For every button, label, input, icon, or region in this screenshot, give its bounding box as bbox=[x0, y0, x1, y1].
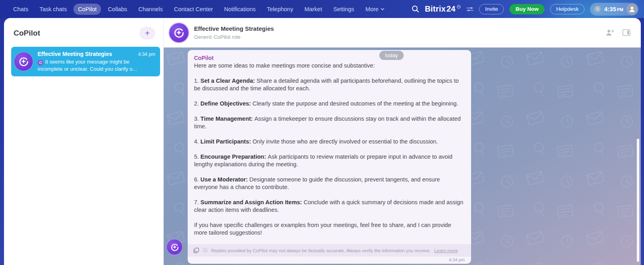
buy-now-button[interactable]: Buy Now bbox=[509, 4, 545, 14]
info-icon: ⓘ bbox=[203, 247, 208, 254]
nav-item-chats[interactable]: Chats bbox=[9, 4, 33, 15]
bitrix24-logo[interactable]: Bitrix24 bbox=[425, 4, 461, 14]
top-navigation-bar: Chats Task chats CoPilot Collabs Channel… bbox=[0, 0, 644, 18]
panel-right-icon bbox=[622, 29, 630, 36]
copilot-message: CoPilot Here are some ideas to make meet… bbox=[164, 50, 641, 264]
current-time: 4:35PM bbox=[604, 6, 623, 12]
list-item: 5.Encourage Preparation:Ask participants… bbox=[194, 153, 465, 168]
chat-header: Effective Meeting Strategies Generic CoP… bbox=[164, 18, 641, 48]
disclaimer-text: Replies provided by CoPilot may not alwa… bbox=[211, 248, 431, 253]
sidebar-header: CoPilot + bbox=[4, 18, 163, 47]
main-nav: Chats Task chats CoPilot Collabs Channel… bbox=[9, 4, 389, 15]
copilot-sidebar: CoPilot + Effective Meeting Strategies 4… bbox=[4, 18, 164, 265]
message-author: CoPilot bbox=[194, 55, 465, 61]
list-item: 7.Summarize and Assign Action Items:Conc… bbox=[194, 199, 465, 214]
nav-item-task-chats[interactable]: Task chats bbox=[35, 4, 71, 15]
sidebar-title: CoPilot bbox=[14, 29, 40, 38]
search-button[interactable] bbox=[412, 5, 419, 13]
vertical-scrollbar[interactable] bbox=[637, 139, 639, 262]
list-item: 2.Define Objectives:Clearly state the pu… bbox=[194, 100, 465, 108]
messenger-settings-button[interactable] bbox=[466, 6, 474, 12]
toggle-side-panel-button[interactable] bbox=[622, 29, 630, 36]
workspace: CoPilot + Effective Meeting Strategies 4… bbox=[0, 18, 644, 265]
nav-item-copilot[interactable]: CoPilot bbox=[73, 4, 101, 15]
person-plus-icon bbox=[606, 29, 614, 36]
topbar-right-cluster: Bitrix24 Invite Buy Now Helpdesk 4:35PM bbox=[412, 3, 638, 16]
date-separator-badge: today bbox=[379, 51, 404, 60]
add-member-button[interactable] bbox=[606, 29, 614, 36]
copilot-disclaimer: ⓘ Replies provided by CoPilot may not al… bbox=[188, 244, 471, 257]
chat-item-preview: It seems like your message might be inco… bbox=[38, 58, 155, 72]
person-icon bbox=[628, 6, 636, 13]
nav-item-settings[interactable]: Settings bbox=[329, 4, 359, 15]
copilot-avatar-icon bbox=[14, 52, 33, 71]
search-icon bbox=[412, 5, 419, 13]
new-chat-button[interactable]: + bbox=[139, 27, 155, 40]
chat-avatar-icon bbox=[169, 23, 188, 42]
message-timestamp: 4:34 pm bbox=[194, 257, 465, 264]
list-item: 1.Set a Clear Agenda:Share a detailed ag… bbox=[194, 77, 465, 92]
chat-list: Effective Meeting Strategies 4:34 pm It … bbox=[4, 47, 163, 76]
chat-item-title: Effective Meeting Strategies bbox=[38, 51, 112, 57]
nav-item-telephony[interactable]: Telephony bbox=[262, 4, 297, 15]
sliders-icon bbox=[466, 6, 474, 12]
bitrix24-app: Chats Task chats CoPilot Collabs Channel… bbox=[0, 0, 644, 265]
message-area: today CoPilot Here are some ideas to mak… bbox=[164, 48, 641, 265]
copilot-mini-badge-icon bbox=[38, 60, 43, 66]
nav-item-channels[interactable]: Channels bbox=[134, 4, 167, 15]
nav-item-notifications[interactable]: Notifications bbox=[220, 4, 260, 15]
copy-icon[interactable] bbox=[193, 247, 199, 253]
list-item: 4.Limit Participants:Only invite those w… bbox=[194, 138, 465, 145]
nav-item-contact-center[interactable]: Contact Center bbox=[170, 4, 218, 15]
brand-clock-icon bbox=[457, 5, 461, 9]
chat-title: Effective Meeting Strategies bbox=[194, 25, 600, 32]
message-bubble: CoPilot Here are some ideas to make meet… bbox=[188, 50, 471, 264]
list-item: 3.Time Management:Assign a timekeeper to… bbox=[194, 115, 465, 130]
learn-more-link[interactable]: Learn more bbox=[434, 248, 458, 253]
nav-item-market[interactable]: Market bbox=[300, 4, 326, 15]
chat-subtitle: Generic CoPilot role bbox=[194, 34, 600, 40]
chat-panel: Effective Meeting Strategies Generic CoP… bbox=[164, 18, 641, 265]
chevron-down-icon bbox=[380, 7, 384, 11]
clock-icon bbox=[594, 6, 601, 12]
message-intro: Here are some ideas to make meetings mor… bbox=[194, 62, 465, 70]
chat-item-time: 4:34 pm bbox=[138, 52, 155, 57]
helpdesk-button[interactable]: Helpdesk bbox=[550, 4, 585, 14]
message-outro: If you have specific challenges or examp… bbox=[194, 221, 465, 237]
list-item: 6.Use a Moderator:Designate someone to g… bbox=[194, 176, 465, 191]
user-avatar[interactable] bbox=[626, 4, 638, 15]
message-avatar-icon bbox=[167, 239, 182, 255]
nav-item-more[interactable]: More bbox=[361, 4, 389, 15]
worktime-widget[interactable]: 4:35PM bbox=[590, 3, 638, 16]
chat-list-item[interactable]: Effective Meeting Strategies 4:34 pm It … bbox=[11, 47, 160, 76]
nav-item-collabs[interactable]: Collabs bbox=[103, 4, 131, 15]
invite-button[interactable]: Invite bbox=[479, 4, 504, 14]
